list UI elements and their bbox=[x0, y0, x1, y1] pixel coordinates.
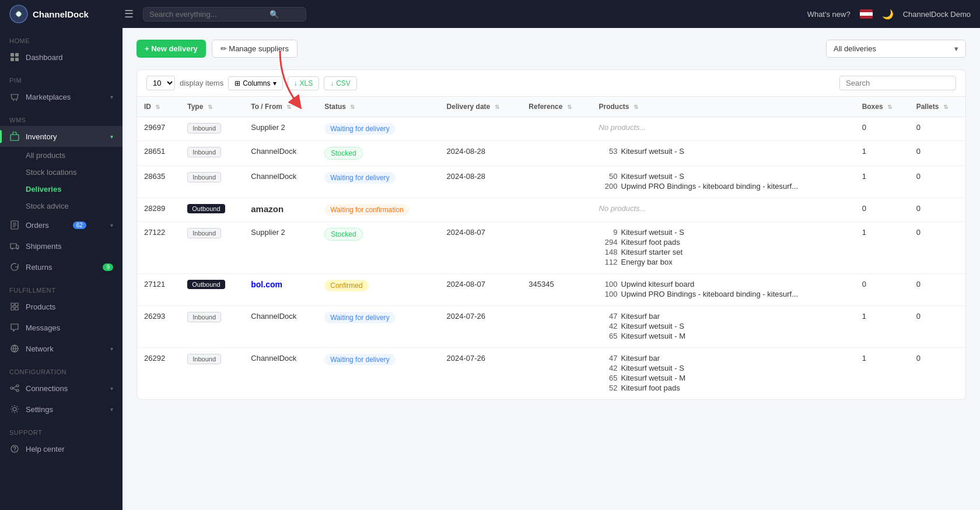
table-row[interactable]: 28289OutboundamazonWaiting for confirmat… bbox=[137, 198, 965, 222]
global-search-input[interactable] bbox=[149, 10, 266, 19]
network-icon bbox=[9, 343, 20, 354]
whats-new-link[interactable]: What's new? bbox=[807, 10, 850, 19]
cell-pallets: 0 bbox=[909, 306, 965, 348]
sidebar-item-stock-locations[interactable]: Stock locations bbox=[26, 164, 123, 181]
items-per-page: 10 25 50 bbox=[146, 76, 175, 90]
product-qty: 65 bbox=[599, 332, 618, 340]
col-delivery-date[interactable]: Delivery date ⇅ bbox=[440, 97, 522, 117]
cell-type: Inbound bbox=[180, 306, 244, 348]
cell-id: 26293 bbox=[137, 306, 180, 348]
table-row[interactable]: 27122InboundSupplier 2Stocked2024-08-079… bbox=[137, 222, 965, 274]
cell-products: No products... bbox=[592, 117, 855, 141]
sidebar-item-inventory[interactable]: Inventory ▾ bbox=[0, 126, 123, 147]
columns-label: Columns bbox=[243, 79, 270, 87]
sidebar-item-orders[interactable]: Orders 62 ▾ bbox=[0, 214, 123, 235]
sort-icon: ⇅ bbox=[567, 104, 572, 110]
col-status[interactable]: Status ⇅ bbox=[317, 97, 439, 117]
products-label: Products bbox=[26, 303, 55, 311]
status-badge: Waiting for delivery bbox=[324, 123, 396, 135]
product-name: Kitesurf starter set bbox=[621, 248, 682, 256]
sidebar-item-messages[interactable]: Messages bbox=[0, 317, 123, 338]
cell-id: 28651 bbox=[137, 141, 180, 166]
sidebar-item-connections[interactable]: Connections ▾ bbox=[0, 378, 123, 399]
product-qty: 294 bbox=[599, 238, 618, 247]
sidebar-item-help-center[interactable]: Help center bbox=[0, 438, 123, 459]
svg-rect-16 bbox=[15, 303, 18, 306]
product-qty: 42 bbox=[599, 322, 618, 330]
table-row[interactable]: 26293InboundChannelDockWaiting for deliv… bbox=[137, 306, 965, 348]
svg-point-21 bbox=[16, 385, 19, 387]
col-pallets[interactable]: Pallets ⇅ bbox=[909, 97, 965, 117]
product-line: 65Kitesurf wetsuit - M bbox=[599, 332, 848, 340]
marketplaces-chevron-icon: ▾ bbox=[110, 94, 113, 100]
sidebar: Home Dashboard PIM Marketplaces ▾ WMS In… bbox=[0, 28, 123, 510]
new-delivery-button[interactable]: + New delivery bbox=[136, 40, 206, 58]
items-count-select[interactable]: 10 25 50 bbox=[146, 76, 175, 90]
table-row[interactable]: 29697InboundSupplier 2Waiting for delive… bbox=[137, 117, 965, 141]
cell-boxes: 0 bbox=[855, 274, 909, 306]
cell-type: Inbound bbox=[180, 117, 244, 141]
product-line: 200Upwind PRO Bindings - kiteboard bindi… bbox=[599, 182, 848, 191]
svg-line-23 bbox=[13, 386, 16, 389]
deliveries-filter-dropdown[interactable]: All deliveries ▾ bbox=[826, 40, 966, 58]
status-badge: Stocked bbox=[324, 228, 362, 241]
cell-status: Waiting for delivery bbox=[317, 166, 439, 198]
product-qty: 47 bbox=[599, 312, 618, 321]
cell-boxes: 0 bbox=[855, 117, 909, 141]
col-type[interactable]: Type ⇅ bbox=[180, 97, 244, 117]
table-row[interactable]: 26292InboundChannelDockWaiting for deliv… bbox=[137, 348, 965, 400]
col-to-from[interactable]: To / From ⇅ bbox=[244, 97, 317, 117]
export-csv-button[interactable]: ↓ CSV bbox=[324, 76, 357, 90]
type-badge: Outbound bbox=[187, 204, 225, 213]
settings-label: Settings bbox=[26, 405, 53, 414]
table-row[interactable]: 27121Outboundbol.comConfirmed2024-08-073… bbox=[137, 274, 965, 306]
sidebar-section-support: Support bbox=[0, 420, 123, 438]
cell-boxes: 1 bbox=[855, 141, 909, 166]
sidebar-item-marketplaces[interactable]: Marketplaces ▾ bbox=[0, 86, 123, 107]
orders-chevron-icon: ▾ bbox=[110, 222, 113, 228]
cell-boxes: 1 bbox=[855, 166, 909, 198]
columns-chevron-icon: ▾ bbox=[273, 79, 276, 87]
columns-button[interactable]: ⊞ Columns ▾ bbox=[228, 76, 282, 90]
page-toolbar: + New delivery ✏ Manage suppliers All de… bbox=[136, 40, 966, 58]
xls-label: XLS bbox=[300, 79, 313, 87]
sidebar-item-all-products[interactable]: All products bbox=[26, 147, 123, 164]
dark-mode-toggle-icon[interactable]: 🌙 bbox=[882, 9, 894, 20]
col-boxes[interactable]: Boxes ⇅ bbox=[855, 97, 909, 117]
manage-suppliers-button[interactable]: ✏ Manage suppliers bbox=[212, 40, 298, 58]
cell-reference bbox=[522, 141, 592, 166]
table-row[interactable]: 28651InboundChannelDockStocked2024-08-28… bbox=[137, 141, 965, 166]
sidebar-item-dashboard[interactable]: Dashboard bbox=[0, 47, 123, 68]
product-line: 53Kitesurf wetsuit - S bbox=[599, 147, 848, 156]
download-icon: ↓ bbox=[294, 79, 298, 87]
cell-id: 28635 bbox=[137, 166, 180, 198]
sidebar-item-shipments[interactable]: Shipments bbox=[0, 235, 123, 256]
export-xls-button[interactable]: ↓ XLS bbox=[288, 76, 320, 90]
returns-icon bbox=[9, 262, 20, 272]
hamburger-icon[interactable]: ☰ bbox=[124, 8, 134, 20]
col-id[interactable]: ID ⇅ bbox=[137, 97, 180, 117]
product-name: Kitesurf wetsuit - M bbox=[621, 332, 686, 340]
language-flag-icon[interactable] bbox=[860, 9, 873, 19]
sidebar-item-network[interactable]: Network ▾ bbox=[0, 338, 123, 359]
logo-area: ChannelDock bbox=[9, 5, 117, 23]
sidebar-item-stock-advice[interactable]: Stock advice bbox=[26, 198, 123, 214]
user-menu-label[interactable]: ChannelDock Demo bbox=[903, 10, 971, 19]
sort-icon: ⇅ bbox=[495, 104, 499, 110]
sidebar-item-deliveries[interactable]: Deliveries bbox=[26, 181, 123, 198]
logo-text: ChannelDock bbox=[33, 9, 89, 19]
product-line: 52Kitesurf foot pads bbox=[599, 384, 848, 392]
sidebar-item-returns[interactable]: Returns 9 bbox=[0, 256, 123, 277]
table-search-input[interactable] bbox=[839, 76, 956, 90]
col-reference[interactable]: Reference ⇅ bbox=[522, 97, 592, 117]
svg-point-13 bbox=[12, 248, 13, 249]
global-search-box[interactable]: 🔍 bbox=[143, 7, 306, 22]
sidebar-item-products[interactable]: Products bbox=[0, 296, 123, 317]
top-navbar: ChannelDock ☰ 🔍 What's new? 🌙 ChannelDoc… bbox=[0, 0, 980, 28]
sidebar-item-settings[interactable]: Settings ▾ bbox=[0, 399, 123, 420]
table-row[interactable]: 28635InboundChannelDockWaiting for deliv… bbox=[137, 166, 965, 198]
product-name: Kitesurf wetsuit - S bbox=[621, 147, 684, 156]
returns-badge: 9 bbox=[103, 263, 113, 271]
cell-products: 100Upwind kitesurf board100Upwind PRO Bi… bbox=[592, 274, 855, 306]
col-products[interactable]: Products ⇅ bbox=[592, 97, 855, 117]
